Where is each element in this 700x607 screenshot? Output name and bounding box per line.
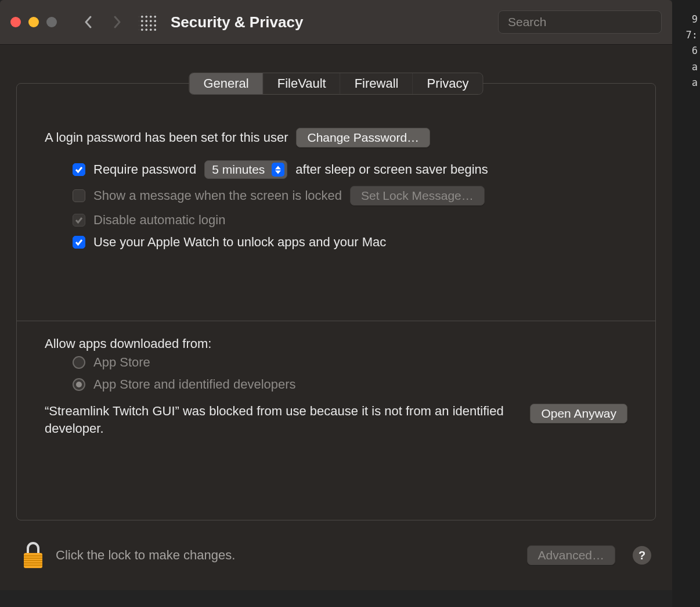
panel-divider bbox=[17, 321, 655, 321]
disable-auto-login-label: Disable automatic login bbox=[93, 213, 225, 228]
allow-app-store-radio[interactable] bbox=[73, 356, 85, 369]
lock-hint-text: Click the lock to make changes. bbox=[56, 548, 235, 563]
content-area: General FileVault Firewall Privacy A log… bbox=[0, 45, 672, 590]
titlebar: Security & Privacy bbox=[0, 0, 672, 45]
background-strip: 9 7: 6 a a bbox=[672, 0, 700, 607]
svg-rect-5 bbox=[24, 560, 42, 561]
allow-identified-developers-radio[interactable] bbox=[73, 378, 85, 391]
check-icon bbox=[74, 238, 84, 247]
require-password-checkbox[interactable] bbox=[73, 163, 85, 176]
svg-rect-4 bbox=[24, 558, 42, 559]
search-input[interactable] bbox=[508, 15, 660, 29]
footer: Click the lock to make changes. Advanced… bbox=[0, 520, 672, 590]
disable-auto-login-checkbox[interactable] bbox=[73, 214, 85, 227]
minimize-window-button[interactable] bbox=[28, 17, 39, 27]
forward-button[interactable] bbox=[106, 10, 129, 34]
check-icon bbox=[74, 215, 84, 225]
tab-privacy[interactable]: Privacy bbox=[413, 73, 482, 94]
tab-firewall[interactable]: Firewall bbox=[341, 73, 413, 94]
after-sleep-text: after sleep or screen saver begins bbox=[295, 162, 488, 177]
allow-identified-developers-label: App Store and identified developers bbox=[93, 377, 296, 392]
lock-button[interactable] bbox=[21, 540, 45, 570]
zoom-window-button[interactable] bbox=[46, 17, 57, 27]
blocked-app-text: “Streamlink Twitch GUI” was blocked from… bbox=[45, 403, 516, 437]
require-password-delay-popup[interactable]: 5 minutes bbox=[204, 160, 287, 179]
allow-apps-heading: Allow apps downloaded from: bbox=[45, 336, 627, 351]
show-lock-message-checkbox[interactable] bbox=[73, 189, 85, 202]
apple-watch-unlock-label: Use your Apple Watch to unlock apps and … bbox=[93, 235, 386, 250]
apps-grid-icon bbox=[139, 13, 156, 31]
close-window-button[interactable] bbox=[10, 17, 21, 27]
change-password-button[interactable]: Change Password… bbox=[296, 128, 430, 148]
open-anyway-button[interactable]: Open Anyway bbox=[530, 404, 627, 423]
window-title: Security & Privacy bbox=[171, 13, 303, 31]
popup-arrows-icon bbox=[272, 163, 284, 177]
require-password-label: Require password bbox=[93, 162, 196, 177]
tab-general[interactable]: General bbox=[189, 73, 263, 94]
general-panel: A login password has been set for this u… bbox=[16, 83, 656, 520]
traffic-lights bbox=[10, 17, 57, 27]
tabbar: General FileVault Firewall Privacy bbox=[189, 73, 483, 95]
login-password-statement: A login password has been set for this u… bbox=[45, 130, 288, 145]
svg-rect-6 bbox=[24, 562, 42, 563]
search-field[interactable] bbox=[498, 10, 662, 34]
show-lock-message-label: Show a message when the screen is locked bbox=[93, 188, 342, 203]
check-icon bbox=[74, 165, 84, 174]
help-button[interactable]: ? bbox=[633, 546, 651, 565]
svg-rect-7 bbox=[24, 565, 42, 566]
system-preferences-window: Security & Privacy General FileVault Fir… bbox=[0, 0, 672, 590]
lock-icon bbox=[21, 540, 45, 570]
show-all-button[interactable] bbox=[136, 10, 159, 34]
allow-app-store-label: App Store bbox=[93, 355, 150, 370]
apple-watch-unlock-checkbox[interactable] bbox=[73, 236, 85, 249]
advanced-button[interactable]: Advanced… bbox=[527, 545, 615, 565]
svg-rect-3 bbox=[24, 555, 42, 556]
back-button[interactable] bbox=[77, 10, 100, 34]
delay-value: 5 minutes bbox=[212, 163, 265, 177]
tab-filevault[interactable]: FileVault bbox=[264, 73, 341, 94]
set-lock-message-button[interactable]: Set Lock Message… bbox=[350, 186, 485, 206]
